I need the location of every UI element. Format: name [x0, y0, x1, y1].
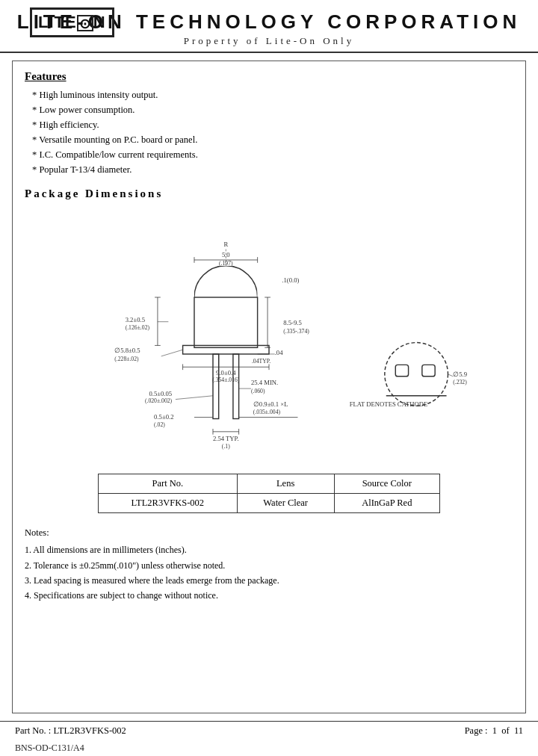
- svg-rect-4: [213, 354, 219, 419]
- svg-point-47: [385, 343, 448, 406]
- svg-line-54: [448, 374, 453, 377]
- svg-rect-5: [233, 354, 239, 419]
- svg-text:∅5.8±0.5: ∅5.8±0.5: [114, 347, 140, 354]
- footer-page: Page : 1 of 11: [465, 725, 523, 737]
- logo: LITE⊙N: [30, 7, 114, 37]
- list-item: * Low power consumption.: [32, 102, 513, 117]
- header: LITE⊙N LITE-ON TECHNOLOGY CORPORATION Pr…: [0, 0, 538, 53]
- header-subtitle: Property of Lite-On Only: [184, 35, 355, 47]
- svg-text:(.020±.002): (.020±.002): [145, 397, 173, 404]
- list-item: * Popular T-13/4 diameter.: [32, 162, 513, 177]
- svg-text:0.5±0.05: 0.5±0.05: [149, 390, 172, 397]
- package-dimensions-title: Package Dimensions: [25, 188, 513, 200]
- main-content: Features * High luminous intensity outpu…: [12, 61, 526, 713]
- svg-text:(.035±.004): (.035±.004): [253, 409, 281, 415]
- svg-text:3.2±0.5: 3.2±0.5: [126, 316, 145, 323]
- footer: Part No. : LTL2R3VFKS-002 Page : 1 of 11: [0, 721, 538, 740]
- table-cell-color: AlInGaP Red: [334, 494, 439, 513]
- note-item: 2. Tolerance is ±0.25mm(.010") unless ot…: [25, 558, 513, 573]
- svg-text:0.5±0.2: 0.5±0.2: [154, 413, 173, 421]
- note-item: 4. Specifications are subject to change …: [25, 588, 513, 603]
- svg-text:∅5.9: ∅5.9: [453, 371, 467, 378]
- svg-text:(.060): (.060): [251, 388, 265, 394]
- table-row: LTL2R3VFKS-002 Water Clear AlInGaP Red: [99, 494, 440, 513]
- note-item: 1. All dimensions are in millimeters (in…: [25, 542, 513, 557]
- svg-text:.04: .04: [275, 349, 283, 356]
- notes-title: Notes:: [25, 525, 513, 541]
- svg-text:(.228±.02): (.228±.02): [114, 356, 139, 362]
- svg-line-33: [176, 396, 213, 400]
- list-item: * Versatile mounting on P.C. board or pa…: [32, 132, 513, 147]
- bottom-bar: BNS-OD-C131/A4: [0, 740, 538, 756]
- list-item: * I.C. Compatible/low current requiremen…: [32, 147, 513, 162]
- notes-section: Notes: 1. All dimensions are in millimet…: [25, 525, 513, 604]
- table-cell-lens: Water Clear: [237, 494, 334, 513]
- svg-text:(.1): (.1): [222, 443, 230, 450]
- svg-text:(.354±.016): (.354±.016): [212, 377, 240, 383]
- svg-text:.1(0.0): .1(0.0): [282, 276, 299, 284]
- svg-text:8.5-9.5: 8.5-9.5: [283, 319, 301, 326]
- svg-text:(.02): (.02): [154, 421, 165, 428]
- svg-rect-48: [395, 365, 408, 376]
- svg-text:R: R: [223, 241, 228, 248]
- table-header-color: Source Color: [334, 474, 439, 494]
- svg-text:FLAT DENOTES CATHODE: FLAT DENOTES CATHODE: [350, 400, 428, 408]
- svg-rect-3: [183, 345, 269, 354]
- svg-text:9.0±0.4: 9.0±0.4: [216, 369, 236, 377]
- page: LITE⊙N LITE-ON TECHNOLOGY CORPORATION Pr…: [0, 0, 538, 756]
- led-svg: 5.0 (.197) 8.5-9.5 (.335-.374) ∅5.8±0.5 …: [25, 208, 513, 462]
- svg-rect-1: [194, 266, 258, 297]
- svg-text:(.126±.02): (.126±.02): [126, 324, 150, 331]
- svg-text:(.335-.374): (.335-.374): [283, 328, 309, 335]
- list-item: * High luminous intensity output.: [32, 87, 513, 102]
- table-cell-part: LTL2R3VFKS-002: [99, 494, 237, 513]
- svg-line-19: [161, 350, 183, 356]
- table-header-part: Part No.: [99, 474, 237, 494]
- table-header-lens: Lens: [237, 474, 334, 494]
- footer-part-number: Part No. : LTL2R3VFKS-002: [15, 725, 126, 737]
- svg-text:∅0.9±0.1 ×L: ∅0.9±0.1 ×L: [253, 400, 288, 408]
- note-item: 3. Lead spacing is measured where the le…: [25, 573, 513, 588]
- features-list: * High luminous intensity output. * Low …: [25, 87, 513, 177]
- diagram-area: 5.0 (.197) 8.5-9.5 (.335-.374) ∅5.8±0.5 …: [25, 208, 513, 462]
- features-title: Features: [25, 70, 513, 83]
- parts-table: Part No. Lens Source Color LTL2R3VFKS-00…: [98, 474, 440, 513]
- list-item: * High efficiency.: [32, 117, 513, 132]
- svg-text:25.4 MIN.: 25.4 MIN.: [251, 379, 278, 386]
- svg-text:.04TYP.: .04TYP.: [252, 358, 270, 365]
- svg-rect-49: [422, 365, 435, 376]
- svg-text:2.54   TYP.: 2.54 TYP.: [213, 435, 239, 442]
- svg-text:(.232): (.232): [453, 379, 467, 385]
- svg-rect-2: [194, 297, 258, 347]
